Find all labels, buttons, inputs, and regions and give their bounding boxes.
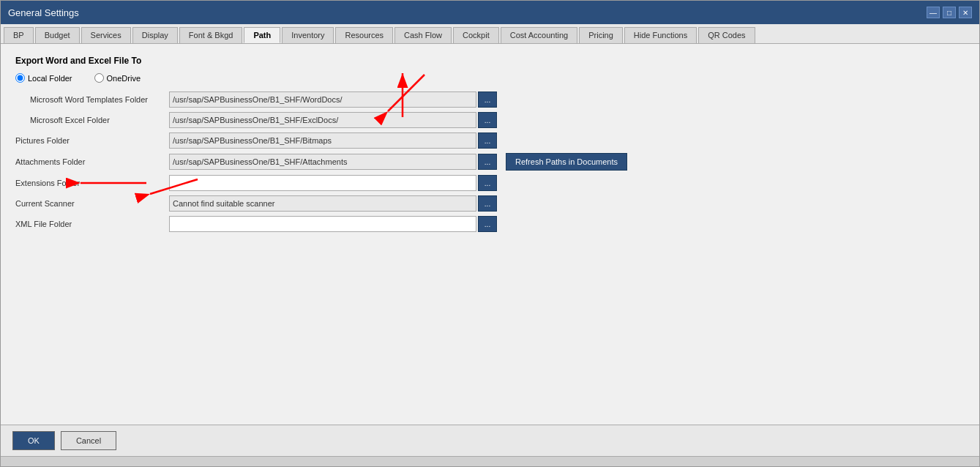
tab-hide-functions[interactable]: Hide Functions [624, 27, 697, 43]
form-input-5[interactable] [169, 195, 476, 212]
tab-cost-accounting[interactable]: Cost Accounting [501, 27, 578, 43]
window-title: General Settings [8, 7, 79, 18]
tab-cockpit[interactable]: Cockpit [453, 27, 499, 43]
tab-services[interactable]: Services [81, 27, 131, 43]
browse-button-6[interactable]: ... [478, 216, 497, 232]
browse-button-2[interactable]: ... [478, 132, 497, 149]
onedrive-radio[interactable] [94, 73, 104, 83]
tab-bp[interactable]: BP [4, 27, 34, 43]
browse-button-4[interactable]: ... [478, 175, 497, 191]
browse-button-3[interactable]: ... [478, 154, 497, 170]
tab-inventory[interactable]: Inventory [282, 27, 334, 43]
tab-qr-codes[interactable]: QR Codes [698, 27, 755, 43]
content-area: Export Word and Excel File To Local Fold… [1, 44, 979, 425]
local-folder-option[interactable]: Local Folder [15, 73, 72, 83]
close-button[interactable]: ✕ [959, 7, 972, 18]
tab-resources[interactable]: Resources [335, 27, 393, 43]
footer: OK Cancel [1, 425, 979, 456]
title-bar: General Settings — □ ✕ [1, 1, 979, 24]
minimize-button[interactable]: — [927, 7, 940, 18]
form-input-0[interactable] [169, 91, 476, 108]
form-label-5: Current Scanner [15, 199, 169, 208]
tab-font-bkgd[interactable]: Font & Bkgd [179, 27, 243, 43]
tab-pricing[interactable]: Pricing [579, 27, 623, 43]
title-bar-controls: — □ ✕ [927, 7, 972, 18]
form-row-0: Microsoft Word Templates Folder... [15, 91, 965, 108]
form-input-4[interactable] [169, 175, 476, 191]
form-input-2[interactable] [169, 132, 476, 149]
tab-display[interactable]: Display [132, 27, 178, 43]
main-window: General Settings — □ ✕ BPBudgetServicesD… [0, 0, 980, 467]
form-label-0: Microsoft Word Templates Folder [15, 95, 169, 104]
form-input-3[interactable] [169, 154, 476, 170]
tabs-bar: BPBudgetServicesDisplayFont & BkgdPathIn… [1, 24, 979, 44]
horizontal-scrollbar[interactable] [1, 456, 979, 466]
onedrive-label: OneDrive [107, 74, 141, 83]
tab-budget[interactable]: Budget [35, 27, 80, 43]
browse-button-1[interactable]: ... [478, 112, 497, 128]
form-label-1: Microsoft Excel Folder [15, 116, 169, 124]
ok-button[interactable]: OK [12, 431, 55, 450]
refresh-paths-button[interactable]: Refresh Paths in Documents [506, 153, 627, 171]
cancel-button[interactable]: Cancel [61, 431, 116, 450]
form-row-3: Attachments Folder...Refresh Paths in Do… [15, 153, 965, 171]
form-input-6[interactable] [169, 216, 476, 232]
onedrive-option[interactable]: OneDrive [94, 73, 141, 83]
tab-path[interactable]: Path [244, 27, 280, 43]
local-folder-radio[interactable] [15, 73, 25, 83]
form-row-5: Current Scanner... [15, 195, 965, 212]
browse-button-0[interactable]: ... [478, 91, 497, 108]
browse-button-5[interactable]: ... [478, 195, 497, 212]
section-title: Export Word and Excel File To [15, 56, 965, 66]
form-row-6: XML File Folder... [15, 216, 965, 232]
form-label-3: Attachments Folder [15, 157, 169, 166]
local-folder-label: Local Folder [28, 74, 72, 83]
form-row-4: Extensions Folder... [15, 175, 965, 191]
export-options-group: Local Folder OneDrive [15, 73, 965, 83]
content-wrapper: Export Word and Excel File To Local Fold… [15, 56, 965, 232]
form-row-1: Microsoft Excel Folder... [15, 112, 965, 128]
tab-cash-flow[interactable]: Cash Flow [394, 27, 452, 43]
form-input-1[interactable] [169, 112, 476, 128]
form-row-2: Pictures Folder... [15, 132, 965, 149]
form-rows-container: Microsoft Word Templates Folder...Micros… [15, 91, 965, 232]
form-label-6: XML File Folder [15, 220, 169, 228]
form-label-2: Pictures Folder [15, 136, 169, 145]
form-label-4: Extensions Folder [15, 179, 169, 187]
maximize-button[interactable]: □ [943, 7, 956, 18]
